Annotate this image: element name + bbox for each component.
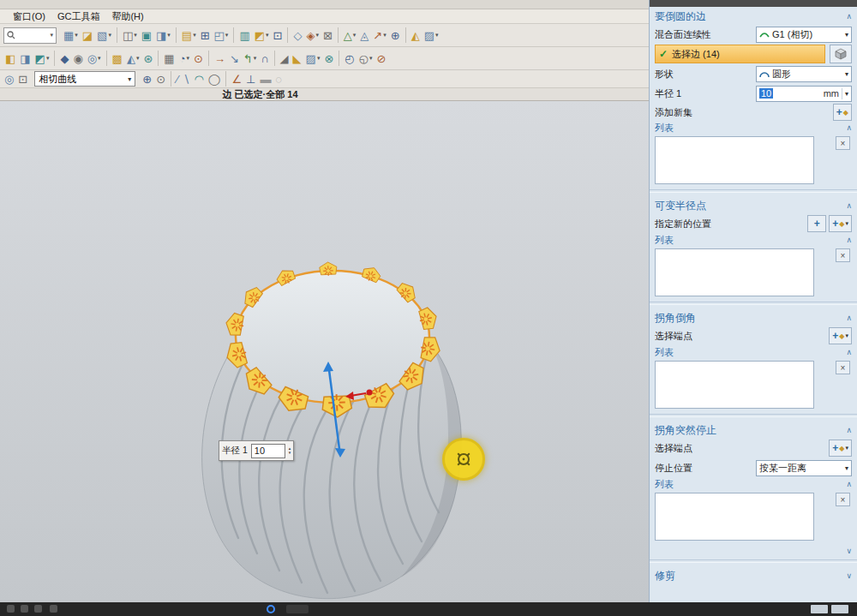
selection-filter-dropdown[interactable]: 相切曲线 ▾ bbox=[34, 71, 135, 87]
edge-list-header[interactable]: 列表 ∧ bbox=[655, 122, 852, 135]
taskbar-icon[interactable] bbox=[34, 605, 42, 613]
toolbar-icon[interactable]: ▦▾ bbox=[62, 27, 80, 44]
collapse-chevron-icon[interactable]: ∧ bbox=[846, 427, 852, 434]
toolbar-icon[interactable]: ◌ bbox=[273, 70, 284, 87]
command-search-input[interactable]: ▾ bbox=[3, 27, 57, 44]
toolbar-icon[interactable]: ◰▾ bbox=[213, 27, 231, 44]
panel-scroll-indicator[interactable]: ∨ bbox=[655, 546, 852, 556]
remove-item-icon[interactable]: × bbox=[836, 361, 850, 374]
unit-dropdown-arrow-icon[interactable]: ▾ bbox=[845, 90, 848, 98]
variable-radius-list-header[interactable]: 列表 ∧ bbox=[655, 234, 852, 247]
remove-item-icon[interactable]: × bbox=[836, 136, 850, 150]
point-picker-button[interactable]: +◆ ▾ bbox=[829, 215, 852, 232]
toolbar-icon[interactable]: ⊛ bbox=[141, 50, 154, 67]
toolbar-icon[interactable]: ⊙ bbox=[154, 70, 167, 87]
toolbar-icon[interactable]: ◴ bbox=[343, 50, 356, 67]
spinner-arrows-icon[interactable]: ▴▾ bbox=[289, 446, 291, 455]
shape-dropdown[interactable]: 圆形 ▾ bbox=[756, 66, 852, 82]
toolbar-icon[interactable]: ▦ bbox=[162, 50, 176, 67]
radius-tag-input[interactable]: 10 bbox=[251, 444, 285, 458]
toolbar-icon[interactable]: ▣ bbox=[140, 27, 153, 44]
toolbar-icon[interactable]: ◵▾ bbox=[357, 50, 375, 67]
toolbar-icon[interactable]: ◩▾ bbox=[33, 50, 51, 67]
section-corner-setback[interactable]: 拐角倒角 ∧ bbox=[655, 308, 852, 326]
menu-item[interactable]: 帮助(H) bbox=[105, 10, 149, 23]
taskbar-icon[interactable] bbox=[50, 605, 57, 613]
remove-item-icon[interactable]: × bbox=[836, 493, 850, 506]
corner-list[interactable] bbox=[655, 361, 814, 409]
toolbar-icon[interactable]: ◭▾ bbox=[125, 50, 141, 67]
toolbar-icon[interactable]: ◆ bbox=[58, 50, 70, 67]
section-variable-radius[interactable]: 可变半径点 ∧ bbox=[655, 196, 852, 213]
stop-list[interactable] bbox=[655, 493, 814, 541]
toolbar-icon[interactable]: ⊘ bbox=[375, 50, 388, 67]
collapse-chevron-icon[interactable]: ∨ bbox=[846, 572, 852, 580]
toolbar-icon[interactable]: ◧ bbox=[3, 50, 17, 67]
add-new-set-button[interactable]: +◆ bbox=[833, 104, 852, 121]
toolbar-icon[interactable]: ↘ bbox=[228, 50, 241, 67]
toolbar-icon[interactable]: ⊞ bbox=[199, 27, 212, 44]
collapse-chevron-icon[interactable]: ∧ bbox=[846, 202, 852, 210]
toolbar-icon[interactable]: ⊡ bbox=[271, 27, 284, 44]
toolbar-icon[interactable]: ◣ bbox=[291, 50, 303, 67]
toolbar-icon[interactable]: ∠ bbox=[230, 70, 243, 87]
corner-list-header[interactable]: 列表 ∧ bbox=[655, 346, 852, 359]
toolbar-icon[interactable]: △▾ bbox=[342, 27, 358, 44]
toolbar-icon[interactable]: ⊙ bbox=[192, 50, 205, 67]
toolbar-icon[interactable]: ⊕ bbox=[389, 27, 402, 44]
collapse-chevron-icon[interactable]: ∧ bbox=[846, 481, 852, 488]
toolbar-icon[interactable]: ◬ bbox=[358, 27, 370, 44]
toolbar-icon[interactable]: ⊕ bbox=[141, 70, 153, 87]
taskbar-icon[interactable] bbox=[21, 605, 28, 613]
toolbar-icon[interactable]: ◇ bbox=[291, 27, 303, 44]
toolbar-icon[interactable]: ⊥ bbox=[244, 70, 257, 87]
toolbar-icon[interactable]: ◎ bbox=[3, 70, 15, 87]
toolbar-icon[interactable]: ⊠ bbox=[321, 27, 334, 44]
toolbar-icon[interactable]: ◈▾ bbox=[304, 27, 321, 44]
toolbar-icon[interactable]: ▨▾ bbox=[304, 50, 322, 67]
toolbar-icon[interactable]: ∕ bbox=[175, 70, 180, 87]
toolbar-icon[interactable]: ▥ bbox=[237, 27, 251, 44]
collapse-chevron-icon[interactable]: ∧ bbox=[846, 314, 852, 322]
toolbar-icon[interactable]: ↰▾ bbox=[242, 50, 258, 67]
endpoint-picker-button[interactable]: +◆ ▾ bbox=[829, 327, 852, 344]
toolbar-icon[interactable]: ◩▾ bbox=[253, 27, 271, 44]
toolbar-icon[interactable]: ◯ bbox=[207, 70, 223, 87]
toolbar-icon[interactable]: ◠ bbox=[193, 70, 206, 87]
continuity-dropdown[interactable]: G1 (相切) ▾ bbox=[756, 27, 852, 43]
tray-button[interactable] bbox=[811, 605, 828, 613]
point-dialog-button[interactable]: + bbox=[807, 215, 826, 232]
endpoint-picker-button[interactable]: +◆ ▾ bbox=[829, 440, 852, 457]
toolbar-icon[interactable]: ◭ bbox=[410, 27, 422, 44]
toolbar-icon[interactable]: → bbox=[213, 50, 227, 67]
toolbar-icon[interactable]: ↗▾ bbox=[371, 27, 387, 44]
edge-set-list[interactable] bbox=[655, 136, 814, 184]
toolbar-icon[interactable]: ▨▾ bbox=[423, 27, 440, 44]
collapse-chevron-icon[interactable]: ∧ bbox=[846, 236, 852, 244]
taskbar-icon[interactable] bbox=[7, 605, 15, 613]
menu-item[interactable]: 窗口(O) bbox=[7, 10, 51, 23]
toolbar-icon[interactable]: ▧▾ bbox=[95, 27, 113, 44]
toolbar-icon[interactable]: ◎▾ bbox=[86, 50, 103, 67]
stop-position-dropdown[interactable]: 按某一距离 ▾ bbox=[756, 460, 852, 476]
toolbar-icon[interactable]: ◪ bbox=[81, 27, 94, 44]
taskbar-app-icon[interactable] bbox=[267, 605, 275, 613]
3d-viewport[interactable]: 半径 1 10 ▴▾ bbox=[0, 101, 649, 602]
toolbar-icon[interactable]: ◔▾ bbox=[177, 50, 191, 67]
face-rule-button[interactable] bbox=[830, 45, 852, 63]
variable-radius-list[interactable] bbox=[655, 248, 814, 296]
select-edge-active-field[interactable]: ✓ 选择边 (14) bbox=[655, 45, 825, 63]
toolbar-icon[interactable]: ▩ bbox=[111, 50, 124, 67]
toolbar-icon[interactable]: ◢ bbox=[279, 50, 291, 67]
stop-list-header[interactable]: 列表 ∧ bbox=[655, 478, 852, 491]
toolbar-icon[interactable]: ◉ bbox=[71, 50, 84, 67]
toolbar-icon[interactable]: ▬ bbox=[258, 70, 273, 87]
collapse-chevron-icon[interactable]: ∧ bbox=[846, 13, 852, 21]
tray-button[interactable] bbox=[831, 605, 848, 613]
toolbar-icon[interactable]: ⊗ bbox=[322, 50, 335, 67]
toolbar-icon[interactable]: ∖ bbox=[181, 70, 191, 87]
toolbar-icon[interactable]: ◨▾ bbox=[154, 27, 172, 44]
toolbar-icon[interactable]: ▤▾ bbox=[180, 27, 198, 44]
selected-edge-highlight[interactable] bbox=[319, 262, 337, 277]
taskbar-button[interactable] bbox=[286, 605, 309, 613]
